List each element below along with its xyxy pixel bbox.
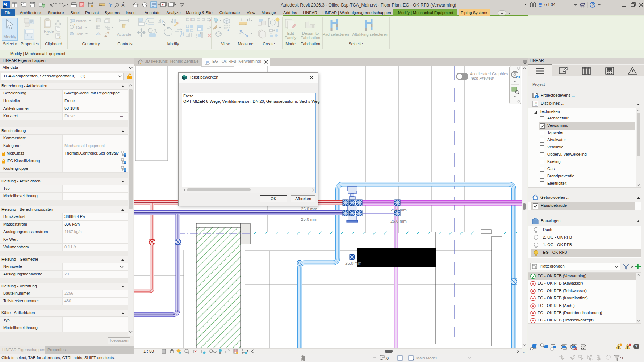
svg-text:?: ? bbox=[635, 344, 638, 349]
svg-text:25.0 mm: 25.0 mm bbox=[390, 219, 407, 223]
svg-text:Notch: Notch bbox=[76, 19, 87, 23]
svg-text:25.0 mm: 25.0 mm bbox=[301, 207, 317, 211]
svg-text:25.0 mm: 25.0 mm bbox=[301, 217, 317, 222]
svg-text:Cut: Cut bbox=[76, 25, 82, 30]
svg-text::0: :0 bbox=[385, 356, 389, 361]
svg-text:i: i bbox=[536, 96, 537, 99]
svg-text::1: :1 bbox=[620, 356, 623, 360]
svg-text:A: A bbox=[121, 3, 125, 8]
svg-text:?: ? bbox=[591, 3, 594, 7]
svg-text:25.0 mm: 25.0 mm bbox=[345, 261, 361, 265]
svg-text:e-L04: e-L04 bbox=[544, 2, 556, 7]
svg-text:Paste: Paste bbox=[44, 29, 54, 34]
svg-text:Join: Join bbox=[76, 32, 83, 36]
svg-text:Activate: Activate bbox=[117, 32, 131, 37]
svg-text:2D: 2D bbox=[516, 75, 520, 79]
svg-text:25.0 mm: 25.0 mm bbox=[390, 208, 407, 212]
